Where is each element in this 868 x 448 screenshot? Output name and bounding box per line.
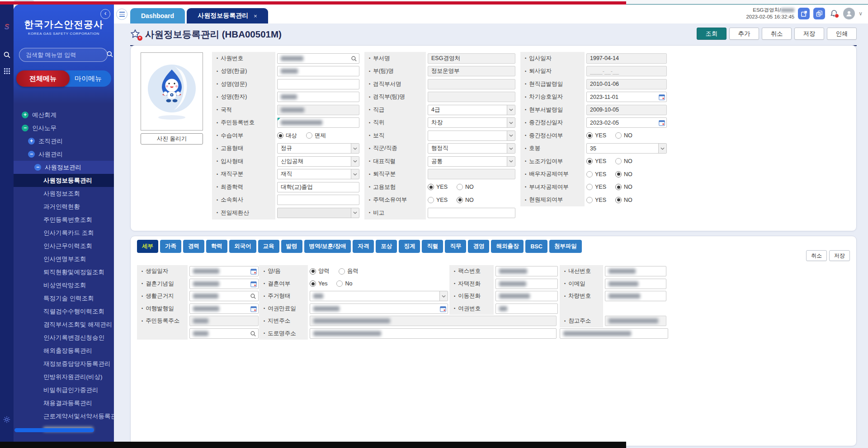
sidebar-menu-item[interactable]: 비상연락망조회: [14, 279, 114, 292]
sidebar-menu-item[interactable]: −사원정보관리: [14, 161, 114, 174]
notification-bell-icon[interactable]: [829, 8, 840, 19]
radio-option[interactable]: YES: [428, 197, 448, 203]
chevron-down-icon[interactable]: [507, 118, 515, 127]
chevron-down-icon[interactable]: [351, 169, 359, 179]
text-input[interactable]: [495, 266, 558, 276]
radio-option[interactable]: 음력: [339, 267, 359, 275]
open-window-icon[interactable]: [798, 8, 810, 19]
radio-option[interactable]: Yes: [310, 280, 327, 287]
text-input[interactable]: [428, 208, 515, 218]
sidebar-menu-item[interactable]: 인사기록변경신청승인: [14, 331, 114, 344]
text-input[interactable]: [605, 266, 666, 276]
search-input[interactable]: [277, 53, 359, 64]
sidebar-menu-item[interactable]: 재정보증담당자등록관리: [14, 357, 114, 370]
text-input[interactable]: 대학(교)졸업: [277, 182, 359, 192]
sidebar-menu-item[interactable]: +조직관리: [14, 135, 114, 148]
select-input[interactable]: 행정직: [428, 143, 515, 154]
select-input[interactable]: [428, 131, 515, 141]
search-input[interactable]: [189, 291, 259, 301]
page-tab-active[interactable]: 사원정보등록관리×: [187, 8, 268, 23]
select-input[interactable]: [310, 291, 448, 301]
menu-search-box[interactable]: [19, 48, 108, 62]
radio-selected-icon[interactable]: [457, 197, 463, 203]
detail-action-button[interactable]: 취소: [806, 250, 827, 261]
chevron-down-icon[interactable]: [351, 208, 359, 218]
detail-tab[interactable]: 직무: [445, 240, 466, 253]
action-button-primary[interactable]: 조회: [697, 28, 726, 40]
radio-option[interactable]: NO: [615, 171, 632, 177]
radio-option[interactable]: YES: [428, 184, 448, 190]
radio-option[interactable]: NO: [615, 132, 632, 139]
collapse-minus-icon[interactable]: −: [34, 164, 41, 171]
expand-plus-icon[interactable]: +: [22, 112, 28, 118]
select-input[interactable]: 4급: [428, 105, 515, 115]
open-new-window-icon[interactable]: [813, 8, 825, 19]
detail-tab[interactable]: 외국어: [229, 240, 256, 253]
calendar-icon[interactable]: [250, 268, 257, 275]
detail-tab[interactable]: 발령: [281, 240, 302, 253]
detail-tab[interactable]: 포상: [376, 240, 397, 253]
sidebar-menu-item[interactable]: 퇴직현황및예정일조회: [14, 266, 114, 279]
chevron-down-icon[interactable]: [351, 157, 359, 166]
text-input[interactable]: [605, 291, 666, 301]
settings-gear-icon[interactable]: [0, 415, 14, 424]
chevron-down-icon[interactable]: [507, 144, 515, 153]
chevron-down-icon[interactable]: ∨: [859, 10, 863, 17]
detail-tab[interactable]: 해외출장: [491, 240, 524, 253]
detail-tab[interactable]: 교육: [258, 240, 279, 253]
text-input[interactable]: [277, 92, 359, 102]
radio-unselected-icon[interactable]: [586, 171, 593, 177]
date-input[interactable]: [189, 303, 259, 314]
radio-option[interactable]: NO: [457, 184, 474, 190]
search-icon[interactable]: [351, 56, 357, 62]
select-input[interactable]: [277, 208, 359, 218]
calendar-icon[interactable]: [250, 306, 257, 312]
chevron-down-icon[interactable]: [658, 144, 666, 153]
avatar[interactable]: [843, 8, 855, 19]
radio-unselected-icon[interactable]: [457, 184, 463, 190]
radio-selected-icon[interactable]: [277, 132, 283, 139]
text-input[interactable]: [310, 328, 557, 339]
calendar-icon[interactable]: [250, 281, 257, 287]
sidebar-menu-item[interactable]: 민방위자원관리(비상): [14, 370, 114, 383]
radio-unselected-icon[interactable]: [586, 197, 593, 203]
hamburger-menu-icon[interactable]: [116, 9, 127, 20]
sidebar-menu-item[interactable]: 인사연명부조회: [14, 252, 114, 266]
search-icon[interactable]: [106, 51, 113, 60]
select-input[interactable]: 차장: [428, 117, 515, 128]
rail-grid-icon[interactable]: [0, 68, 14, 75]
date-input[interactable]: [189, 279, 259, 289]
calendar-icon[interactable]: [659, 94, 665, 100]
select-input[interactable]: 재직: [277, 169, 359, 179]
detail-tab[interactable]: 경영: [468, 240, 489, 253]
sidebar-menu-item[interactable]: +예산회계: [14, 108, 114, 121]
expand-plus-icon[interactable]: +: [28, 138, 35, 145]
radio-option[interactable]: YES: [586, 197, 606, 203]
sidebar-horizontal-scrollbar[interactable]: [14, 428, 94, 432]
sidebar-menu-item[interactable]: 비밀취급인가증관리: [14, 383, 114, 397]
chevron-down-icon[interactable]: [507, 157, 515, 166]
text-input[interactable]: [277, 79, 359, 89]
radio-unselected-icon[interactable]: [306, 132, 312, 139]
text-input[interactable]: [560, 328, 668, 339]
date-input[interactable]: 2023-02-05: [586, 117, 667, 128]
page-tab-dashboard[interactable]: Dashboard: [130, 8, 185, 23]
chevron-down-icon[interactable]: [351, 144, 359, 153]
sidebar-menu-item[interactable]: 채용결과등록관리: [14, 397, 114, 410]
detail-action-button[interactable]: 저장: [829, 250, 850, 261]
text-input[interactable]: [605, 279, 666, 289]
sidebar-collapse-button[interactable]: ‹: [100, 9, 110, 19]
calendar-icon[interactable]: [659, 120, 665, 126]
radio-option[interactable]: 양력: [310, 267, 330, 275]
select-input[interactable]: 35: [586, 143, 667, 154]
detail-tab[interactable]: 경력: [183, 240, 204, 253]
radio-selected-icon[interactable]: [310, 280, 316, 287]
detail-tab[interactable]: 직렬: [422, 240, 443, 253]
text-input[interactable]: [277, 195, 359, 205]
collapse-minus-icon[interactable]: −: [22, 125, 28, 131]
sidebar-menu-item[interactable]: 사원정보등록관리: [14, 174, 114, 187]
tab-all-menu[interactable]: 전체메뉴: [16, 70, 70, 87]
sidebar-menu-item[interactable]: 인사기록카드 조회: [14, 226, 114, 239]
radio-option[interactable]: NO: [615, 158, 632, 164]
radio-option[interactable]: NO: [457, 197, 474, 203]
